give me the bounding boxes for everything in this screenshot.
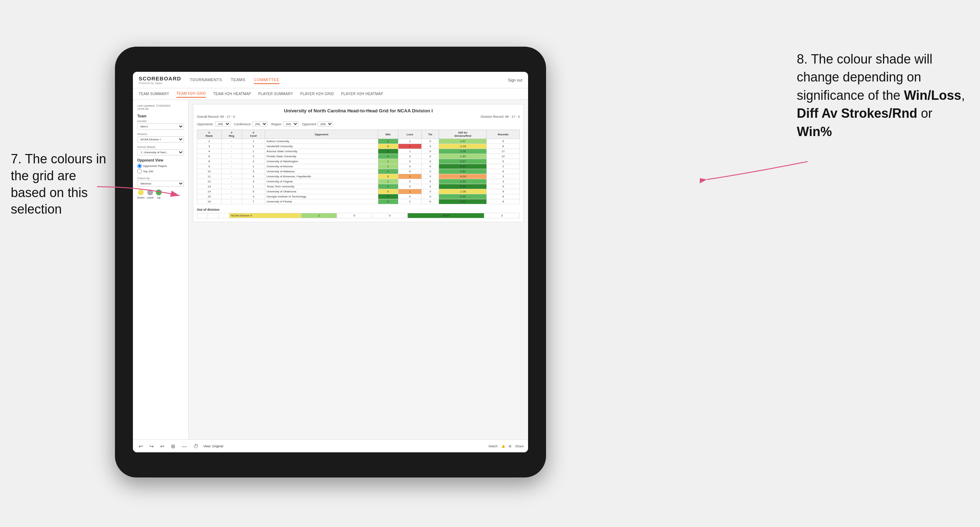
toolbar-dash[interactable]: —	[180, 443, 188, 450]
cell-rounds: 3	[487, 174, 520, 179]
cell-opponent: Georgia Institute of Technology	[265, 194, 378, 199]
cell-rounds: 9	[487, 139, 520, 144]
col-diff: Diff AvStrokes/Rnd	[439, 130, 487, 139]
cell-reg: -	[221, 189, 242, 194]
toolbar-share[interactable]: Share	[515, 444, 524, 448]
cell-rounds: 2	[487, 164, 520, 169]
nav-teams[interactable]: TEAMS	[231, 76, 245, 84]
cell-diff: 4.50	[439, 194, 487, 199]
sidebar-radio-top100[interactable]: Top 100	[137, 169, 184, 174]
sub-nav-team-h2h-grid[interactable]: TEAM H2H GRID	[177, 90, 206, 98]
filter-conference-select[interactable]: (All)	[252, 121, 267, 127]
cell-loss: 1	[398, 174, 422, 179]
cell-opponent: University of Arkansas, Fayetteville	[265, 174, 378, 179]
ood-win: 1	[301, 213, 337, 218]
cell-tie: 0	[422, 164, 439, 169]
sidebar-radio-opponents-played[interactable]: Opponents Played	[137, 164, 184, 168]
nav-tournaments[interactable]: TOURNAMENTS	[190, 76, 222, 84]
sidebar-division-select[interactable]: NCAA Division I	[137, 137, 184, 143]
toolbar-redo[interactable]: ↪	[148, 443, 155, 450]
col-rank: #Rank	[197, 130, 222, 139]
cell-rank: 2	[197, 139, 222, 144]
sub-nav-team-h2h-heatmap[interactable]: TEAM H2H HEATMAP	[213, 90, 251, 97]
top-nav: SCOREBOARD Powered by clippd TOURNAMENTS…	[133, 72, 528, 88]
nav-committee[interactable]: COMMITTEE	[254, 76, 280, 84]
cell-win: 3	[378, 169, 398, 174]
ood-conf	[219, 213, 229, 218]
col-reg: #Reg	[221, 130, 242, 139]
toolbar-view-label: View: Original	[203, 444, 223, 448]
cell-conf: 1	[242, 149, 265, 154]
cell-rounds: 9	[487, 184, 520, 189]
table-row: 3 - 2 Vanderbilt University 0 4 0 -2.29 …	[197, 144, 520, 149]
toolbar-back[interactable]: ↩	[159, 443, 166, 450]
cell-rounds: 9	[487, 199, 520, 204]
sidebar-opponent-view-label: Opponent View	[137, 158, 184, 162]
toolbar-watch[interactable]: Watch	[488, 444, 498, 448]
sidebar-timestamp: Last Updated: 27/03/202416:55:38	[137, 104, 184, 111]
cell-rank: 9	[197, 164, 222, 169]
sidebar-school-select[interactable]: 1. University of Nort...	[137, 149, 184, 156]
cell-win: 2	[378, 139, 398, 144]
filter-opponent: Opponent (All)	[302, 121, 333, 127]
grid-record: Overall Record: 89 - 17 - 0 Division Rec…	[197, 115, 520, 119]
cell-tie: 0	[422, 189, 439, 194]
cell-diff: 3.67	[439, 159, 487, 164]
sub-nav-player-h2h-heatmap[interactable]: PLAYER H2H HEATMAP	[341, 90, 383, 97]
cell-loss: 0	[398, 184, 422, 189]
cell-rounds: 3	[487, 159, 520, 164]
cell-conf: 3	[242, 179, 265, 184]
annotation-right-part2: ,	[961, 88, 965, 103]
logo-area: SCOREBOARD Powered by clippd	[138, 75, 181, 85]
filter-region-select[interactable]: (All)	[283, 121, 299, 127]
sub-nav-player-h2h-grid[interactable]: PLAYER H2H GRID	[300, 90, 334, 97]
sign-out-button[interactable]: Sign out	[508, 78, 522, 82]
cell-reg: -	[221, 169, 242, 174]
cell-win: 1	[378, 179, 398, 184]
cell-win: 3	[378, 184, 398, 189]
ood-rounds: 3	[484, 213, 520, 218]
table-row: 11 - 6 University of Arkansas, Fayettevi…	[197, 174, 520, 179]
toolbar-copy[interactable]: ⊞	[170, 443, 177, 450]
ood-loss: 0	[337, 213, 372, 218]
filter-row: Opponents: (All) Conference (All)	[197, 121, 520, 127]
cell-conf: 5	[242, 169, 265, 174]
right-arrow	[700, 154, 808, 190]
toolbar-view[interactable]: View: Original	[203, 444, 223, 448]
cell-diff: 5.56	[439, 184, 487, 189]
cell-opponent: University of Arizona	[265, 164, 378, 169]
col-loss: Loss	[398, 130, 422, 139]
table-row: 9 - 1 University of Arizona 1 0 0 9.00 2	[197, 164, 520, 169]
cell-conf: 7	[242, 199, 265, 204]
cell-loss: 2	[398, 154, 422, 159]
cell-loss: 1	[398, 139, 422, 144]
cell-opponent: Arizona State University	[265, 149, 378, 154]
toolbar-undo[interactable]: ↩	[137, 443, 145, 450]
annotation-right-bold1: Win/Loss	[904, 88, 961, 103]
sidebar-gender-select[interactable]: Men's	[137, 124, 184, 130]
out-of-division-table: NCAA Division II 1 0 0 26.00 3	[197, 213, 520, 218]
sidebar-radio-opponents-played-label: Opponents Played	[143, 164, 167, 168]
toolbar-grid-icon[interactable]: ⊞	[509, 444, 512, 448]
filter-opponent-label: Opponent	[302, 122, 317, 126]
toolbar-like[interactable]: 👍	[501, 444, 505, 448]
table-row: 4 - 1 Arizona State University 5 1 0 2.2…	[197, 149, 520, 154]
out-of-division-label: Out of division	[197, 208, 520, 211]
filter-opponents-select[interactable]: (All)	[215, 121, 231, 127]
overall-record: Overall Record: 89 - 17 - 0	[197, 115, 235, 119]
col-opponent: Opponent	[265, 130, 378, 139]
cell-loss: 0	[398, 169, 422, 174]
toolbar-clock[interactable]: ⏱	[192, 443, 200, 450]
cell-tie: 0	[422, 144, 439, 149]
cell-rank: 10	[197, 169, 222, 174]
sub-nav-player-summary[interactable]: PLAYER SUMMARY	[258, 90, 293, 97]
cell-rank: 13	[197, 184, 222, 189]
cell-opponent: Auburn University	[265, 139, 378, 144]
col-tie: Tie	[422, 130, 439, 139]
logo-sub: Powered by clippd	[138, 81, 181, 85]
filter-opponent-select[interactable]: (All)	[318, 121, 333, 127]
sidebar-colour-by-select[interactable]: Win/loss	[137, 181, 184, 187]
color-label-down: Down	[137, 196, 145, 199]
cell-reg: -	[221, 174, 242, 179]
sub-nav-team-summary[interactable]: TEAM SUMMARY	[138, 90, 169, 97]
